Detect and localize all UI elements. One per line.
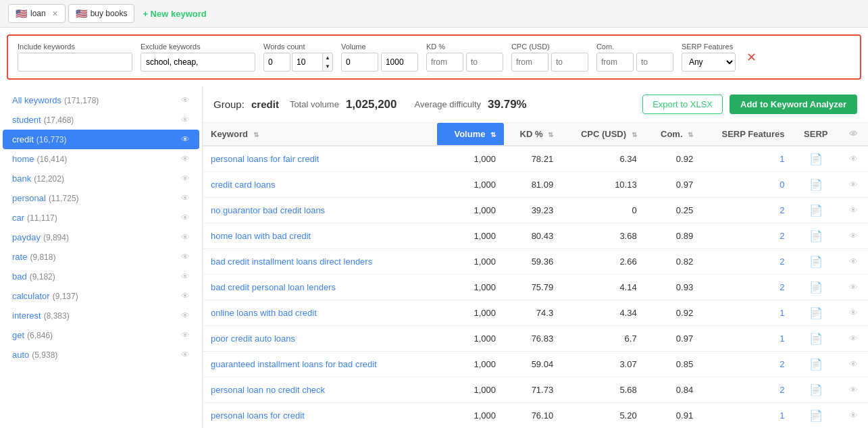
cpc-to-input[interactable] — [551, 53, 588, 72]
words-count-to-input[interactable] — [292, 53, 322, 72]
volume-to-input[interactable] — [381, 53, 418, 72]
serp-features-select[interactable]: Any Featured snippet Reviews — [682, 53, 736, 72]
row-eye-icon[interactable]: 👁 — [849, 282, 858, 292]
sidebar-item-car[interactable]: car (11,117) 👁 — [3, 208, 199, 228]
serp-doc-icon[interactable]: 📄 — [809, 256, 823, 267]
sidebar-item-credit[interactable]: credit (16,773) 👁 — [3, 130, 199, 149]
words-count-from-input[interactable] — [263, 53, 290, 72]
eye-icon[interactable]: 👁 — [181, 311, 190, 321]
keyword-link[interactable]: online loans with bad credit — [211, 308, 317, 318]
spinner-up[interactable]: ▲ — [323, 53, 332, 62]
serp-features-link[interactable]: 2 — [780, 282, 784, 292]
exclude-keywords-input[interactable] — [141, 53, 255, 72]
keyword-link[interactable]: bad credit installment loans direct lend… — [211, 257, 372, 267]
serp-features-link[interactable]: 2 — [780, 205, 784, 215]
row-eye-icon[interactable]: 👁 — [849, 180, 858, 190]
com-from-input[interactable] — [596, 53, 634, 72]
kd-from-input[interactable] — [426, 53, 463, 72]
serp-doc-icon[interactable]: 📄 — [809, 230, 823, 242]
eye-icon[interactable]: 👁 — [181, 232, 190, 242]
eye-icon[interactable]: 👁 — [181, 291, 190, 301]
sidebar-keyword-link[interactable]: payday — [12, 232, 41, 242]
serp-doc-icon[interactable]: 📄 — [809, 153, 823, 165]
eye-icon[interactable]: 👁 — [181, 115, 190, 125]
serp-doc-icon[interactable]: 📄 — [809, 307, 823, 319]
th-kd[interactable]: KD % ⇅ — [504, 123, 561, 146]
row-eye-icon[interactable]: 👁 — [849, 410, 858, 421]
cpc-from-input[interactable] — [511, 53, 548, 72]
row-eye-icon[interactable]: 👁 — [849, 385, 858, 395]
sidebar-keyword-link[interactable]: interest — [12, 311, 41, 321]
sidebar-item-bank[interactable]: bank (12,202) 👁 — [3, 169, 199, 188]
sidebar-keyword-link[interactable]: All keywords — [12, 95, 61, 105]
keyword-link[interactable]: no guarantor bad credit loans — [211, 205, 325, 215]
keyword-link[interactable]: personal loans for fair credit — [211, 154, 319, 164]
row-eye-icon[interactable]: 👁 — [849, 257, 858, 267]
serp-features-link[interactable]: 0 — [780, 180, 784, 190]
sidebar-keyword-link[interactable]: car — [12, 213, 24, 223]
eye-icon[interactable]: 👁 — [181, 134, 190, 144]
com-to-input[interactable] — [636, 53, 673, 72]
serp-doc-icon[interactable]: 📄 — [809, 333, 823, 344]
serp-features-link[interactable]: 2 — [780, 231, 784, 241]
sidebar-keyword-link[interactable]: student — [12, 115, 41, 125]
keyword-link[interactable]: poor credit auto loans — [211, 333, 295, 344]
serp-doc-icon[interactable]: 📄 — [809, 179, 823, 190]
sidebar-item-Allkeywords[interactable]: All keywords (171,178) 👁 — [3, 90, 199, 110]
th-serp-features[interactable]: SERP Features — [701, 123, 792, 146]
tab-buy-books[interactable]: 🇺🇸 buy books — [68, 4, 135, 23]
eye-icon[interactable]: 👁 — [181, 213, 190, 223]
volume-from-input[interactable] — [341, 53, 378, 72]
eye-icon[interactable]: 👁 — [181, 95, 190, 105]
row-eye-icon[interactable]: 👁 — [849, 205, 858, 215]
eye-icon[interactable]: 👁 — [181, 154, 190, 164]
serp-features-link[interactable]: 1 — [780, 333, 784, 344]
sidebar-item-calculator[interactable]: calculator (9,137) 👁 — [3, 286, 199, 306]
keyword-link[interactable]: personal loans for credit — [211, 410, 305, 421]
row-eye-icon[interactable]: 👁 — [849, 154, 858, 164]
sidebar-item-payday[interactable]: payday (9,894) 👁 — [3, 228, 199, 247]
eye-icon[interactable]: 👁 — [181, 271, 190, 282]
sidebar-item-get[interactable]: get (6,846) 👁 — [3, 325, 199, 345]
sidebar-item-rate[interactable]: rate (9,818) 👁 — [3, 247, 199, 267]
sidebar-item-student[interactable]: student (17,468) 👁 — [3, 110, 199, 130]
eye-icon[interactable]: 👁 — [181, 330, 190, 340]
sidebar-item-interest[interactable]: interest (8,383) 👁 — [3, 306, 199, 325]
serp-features-link[interactable]: 2 — [780, 385, 784, 395]
serp-features-link[interactable]: 1 — [780, 154, 784, 164]
serp-doc-icon[interactable]: 📄 — [809, 205, 823, 216]
clear-filters-button[interactable]: ✕ — [744, 51, 759, 63]
serp-doc-icon[interactable]: 📄 — [809, 282, 823, 293]
serp-doc-icon[interactable]: 📄 — [809, 410, 823, 421]
th-cpc[interactable]: CPC (USD) ⇅ — [561, 123, 645, 146]
close-tab-icon[interactable]: ✕ — [52, 9, 58, 18]
sidebar-item-personal[interactable]: personal (11,725) 👁 — [3, 188, 199, 208]
sidebar-item-auto[interactable]: auto (5,938) 👁 — [3, 345, 199, 365]
serp-doc-icon[interactable]: 📄 — [809, 358, 823, 370]
sidebar-keyword-link[interactable]: home — [12, 154, 34, 164]
th-serp[interactable]: SERP — [792, 123, 839, 146]
keyword-link[interactable]: credit card loans — [211, 180, 275, 190]
th-com[interactable]: Com. ⇅ — [645, 123, 701, 146]
keyword-link[interactable]: home loan with bad credit — [211, 231, 311, 241]
th-volume[interactable]: Volume ⇅ — [437, 123, 504, 146]
row-eye-icon[interactable]: 👁 — [849, 231, 858, 241]
serp-features-link[interactable]: 2 — [780, 359, 784, 369]
row-eye-icon[interactable]: 👁 — [849, 359, 858, 369]
sidebar-keyword-link[interactable]: bad — [12, 271, 27, 282]
eye-icon[interactable]: 👁 — [181, 252, 190, 262]
serp-doc-icon[interactable]: 📄 — [809, 384, 823, 396]
sidebar-keyword-link[interactable]: get — [12, 330, 24, 340]
sidebar-keyword-link[interactable]: bank — [12, 173, 31, 184]
spinner-down[interactable]: ▼ — [323, 62, 332, 71]
keyword-link[interactable]: guaranteed installment loans for bad cre… — [211, 359, 377, 369]
serp-features-link[interactable]: 2 — [780, 257, 784, 267]
eye-icon[interactable]: 👁 — [181, 193, 190, 203]
sidebar-keyword-link[interactable]: calculator — [12, 291, 50, 301]
serp-features-link[interactable]: 1 — [780, 308, 784, 318]
sidebar-keyword-link[interactable]: auto — [12, 350, 29, 360]
sidebar-item-home[interactable]: home (16,414) 👁 — [3, 149, 199, 169]
serp-features-link[interactable]: 1 — [780, 410, 784, 421]
th-keyword[interactable]: Keyword ⇅ — [203, 123, 437, 146]
new-keyword-button[interactable]: + New keyword — [137, 5, 211, 22]
